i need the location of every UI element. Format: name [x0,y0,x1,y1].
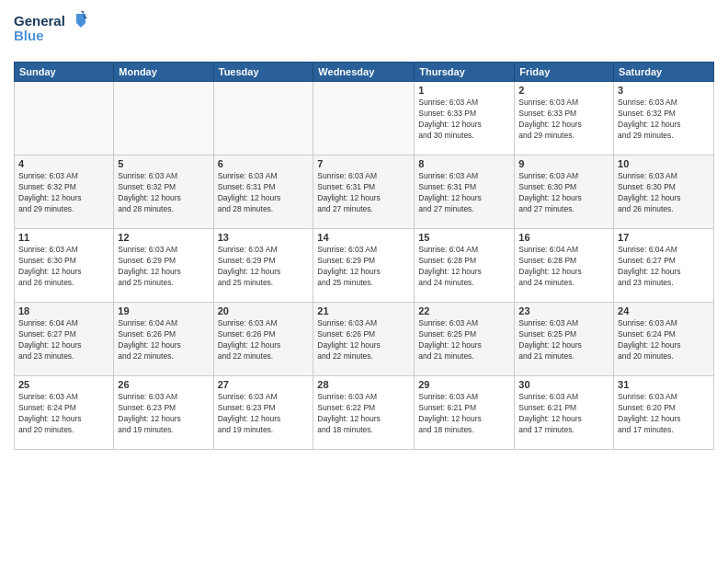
day-info: Sunrise: 6:03 AM Sunset: 6:23 PM Dayligh… [218,392,310,436]
day-number: 3 [618,85,710,96]
day-number: 12 [118,232,209,243]
day-info: Sunrise: 6:04 AM Sunset: 6:27 PM Dayligh… [18,318,109,362]
day-of-week-header: Thursday [415,63,515,82]
day-number: 15 [418,232,510,243]
calendar-cell: 14Sunrise: 6:03 AM Sunset: 6:29 PM Dayli… [313,229,415,303]
calendar-cell: 9Sunrise: 6:03 AM Sunset: 6:30 PM Daylig… [515,155,614,229]
calendar-cell: 7Sunrise: 6:03 AM Sunset: 6:31 PM Daylig… [313,155,415,229]
calendar-cell: 29Sunrise: 6:03 AM Sunset: 6:21 PM Dayli… [415,376,515,450]
day-info: Sunrise: 6:04 AM Sunset: 6:28 PM Dayligh… [418,245,510,289]
calendar-cell: 5Sunrise: 6:03 AM Sunset: 6:32 PM Daylig… [114,155,213,229]
day-info: Sunrise: 6:03 AM Sunset: 6:32 PM Dayligh… [18,171,109,215]
calendar-table: SundayMondayTuesdayWednesdayThursdayFrid… [14,62,714,450]
calendar-cell [313,82,415,155]
calendar-cell: 2Sunrise: 6:03 AM Sunset: 6:33 PM Daylig… [515,82,614,155]
calendar-cell: 17Sunrise: 6:04 AM Sunset: 6:27 PM Dayli… [614,229,714,303]
calendar-week-row: 25Sunrise: 6:03 AM Sunset: 6:24 PM Dayli… [15,376,714,450]
calendar-cell: 26Sunrise: 6:03 AM Sunset: 6:23 PM Dayli… [114,376,213,450]
day-info: Sunrise: 6:03 AM Sunset: 6:31 PM Dayligh… [418,171,510,215]
day-info: Sunrise: 6:03 AM Sunset: 6:26 PM Dayligh… [218,318,310,362]
day-info: Sunrise: 6:03 AM Sunset: 6:24 PM Dayligh… [18,392,109,436]
day-number: 28 [317,379,410,390]
calendar-cell: 12Sunrise: 6:03 AM Sunset: 6:29 PM Dayli… [114,229,213,303]
day-info: Sunrise: 6:03 AM Sunset: 6:33 PM Dayligh… [418,98,510,142]
calendar-cell: 21Sunrise: 6:03 AM Sunset: 6:26 PM Dayli… [313,303,415,376]
calendar-cell: 30Sunrise: 6:03 AM Sunset: 6:21 PM Dayli… [515,376,614,450]
calendar-cell: 8Sunrise: 6:03 AM Sunset: 6:31 PM Daylig… [415,155,515,229]
calendar-cell: 23Sunrise: 6:03 AM Sunset: 6:25 PM Dayli… [515,303,614,376]
calendar-cell [213,82,313,155]
logo-text: General Blue [14,9,97,54]
calendar-week-row: 4Sunrise: 6:03 AM Sunset: 6:32 PM Daylig… [15,155,714,229]
day-number: 11 [18,232,109,243]
day-info: Sunrise: 6:03 AM Sunset: 6:24 PM Dayligh… [618,318,710,362]
day-number: 29 [418,379,510,390]
day-of-week-header: Saturday [614,63,714,82]
day-number: 6 [218,158,310,169]
day-info: Sunrise: 6:03 AM Sunset: 6:33 PM Dayligh… [518,98,609,142]
logo: General Blue [14,9,97,54]
day-info: Sunrise: 6:03 AM Sunset: 6:31 PM Dayligh… [218,171,310,215]
day-info: Sunrise: 6:03 AM Sunset: 6:25 PM Dayligh… [418,318,510,362]
calendar-cell: 24Sunrise: 6:03 AM Sunset: 6:24 PM Dayli… [614,303,714,376]
calendar-cell: 16Sunrise: 6:04 AM Sunset: 6:28 PM Dayli… [515,229,614,303]
calendar-cell: 27Sunrise: 6:03 AM Sunset: 6:23 PM Dayli… [213,376,313,450]
day-number: 18 [18,305,109,316]
day-of-week-header: Wednesday [313,63,415,82]
day-info: Sunrise: 6:03 AM Sunset: 6:29 PM Dayligh… [218,245,310,289]
day-of-week-header: Tuesday [213,63,313,82]
calendar-week-row: 11Sunrise: 6:03 AM Sunset: 6:30 PM Dayli… [15,229,714,303]
page-container: General Blue SundayMondayTuesdayWednesda… [0,0,728,563]
calendar-cell: 1Sunrise: 6:03 AM Sunset: 6:33 PM Daylig… [415,82,515,155]
day-info: Sunrise: 6:03 AM Sunset: 6:26 PM Dayligh… [317,318,410,362]
svg-text:General: General [14,13,65,29]
day-info: Sunrise: 6:03 AM Sunset: 6:30 PM Dayligh… [518,171,609,215]
day-number: 20 [218,305,310,316]
day-number: 13 [218,232,310,243]
day-number: 23 [518,305,609,316]
day-info: Sunrise: 6:03 AM Sunset: 6:21 PM Dayligh… [518,392,609,436]
calendar-cell: 6Sunrise: 6:03 AM Sunset: 6:31 PM Daylig… [213,155,313,229]
day-of-week-header: Friday [515,63,614,82]
calendar-cell: 19Sunrise: 6:04 AM Sunset: 6:26 PM Dayli… [114,303,213,376]
day-info: Sunrise: 6:04 AM Sunset: 6:27 PM Dayligh… [618,245,710,289]
day-number: 10 [618,158,710,169]
calendar-header-row: SundayMondayTuesdayWednesdayThursdayFrid… [15,63,714,82]
calendar-cell: 13Sunrise: 6:03 AM Sunset: 6:29 PM Dayli… [213,229,313,303]
day-info: Sunrise: 6:03 AM Sunset: 6:32 PM Dayligh… [118,171,209,215]
calendar-cell: 15Sunrise: 6:04 AM Sunset: 6:28 PM Dayli… [415,229,515,303]
calendar-cell: 18Sunrise: 6:04 AM Sunset: 6:27 PM Dayli… [15,303,114,376]
day-number: 31 [618,379,710,390]
day-number: 16 [518,232,609,243]
day-number: 27 [218,379,310,390]
day-info: Sunrise: 6:03 AM Sunset: 6:29 PM Dayligh… [118,245,209,289]
calendar-cell: 31Sunrise: 6:03 AM Sunset: 6:20 PM Dayli… [614,376,714,450]
day-number: 22 [418,305,510,316]
day-number: 14 [317,232,410,243]
day-number: 1 [418,85,510,96]
calendar-cell [114,82,213,155]
calendar-cell: 20Sunrise: 6:03 AM Sunset: 6:26 PM Dayli… [213,303,313,376]
calendar-week-row: 18Sunrise: 6:04 AM Sunset: 6:27 PM Dayli… [15,303,714,376]
day-number: 19 [118,305,209,316]
page-header: General Blue [14,9,714,54]
day-number: 26 [118,379,209,390]
svg-text:Blue: Blue [14,28,44,43]
day-info: Sunrise: 6:03 AM Sunset: 6:25 PM Dayligh… [518,318,609,362]
day-number: 5 [118,158,209,169]
day-info: Sunrise: 6:03 AM Sunset: 6:30 PM Dayligh… [618,171,710,215]
calendar-cell: 25Sunrise: 6:03 AM Sunset: 6:24 PM Dayli… [15,376,114,450]
calendar-cell: 3Sunrise: 6:03 AM Sunset: 6:32 PM Daylig… [614,82,714,155]
day-number: 9 [518,158,609,169]
day-info: Sunrise: 6:03 AM Sunset: 6:32 PM Dayligh… [618,98,710,142]
day-number: 17 [618,232,710,243]
day-number: 2 [518,85,609,96]
calendar-week-row: 1Sunrise: 6:03 AM Sunset: 6:33 PM Daylig… [15,82,714,155]
calendar-cell: 10Sunrise: 6:03 AM Sunset: 6:30 PM Dayli… [614,155,714,229]
day-number: 7 [317,158,410,169]
day-info: Sunrise: 6:04 AM Sunset: 6:28 PM Dayligh… [518,245,609,289]
day-of-week-header: Monday [114,63,213,82]
calendar-cell [15,82,114,155]
day-info: Sunrise: 6:03 AM Sunset: 6:21 PM Dayligh… [418,392,510,436]
day-number: 4 [18,158,109,169]
